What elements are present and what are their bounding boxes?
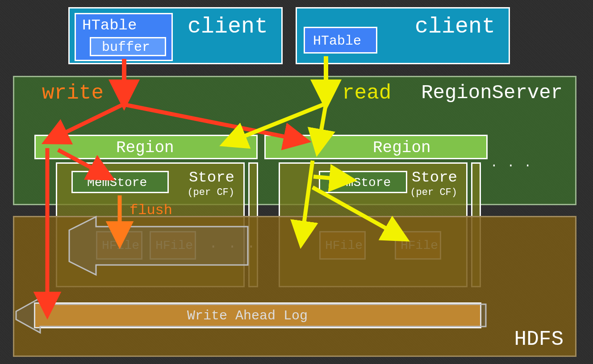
wal-label: Write Ahead Log — [187, 308, 308, 323]
flush-label: flush — [129, 202, 172, 219]
memstore-right-label: MemStore — [331, 176, 391, 190]
client-left-buffer: buffer — [90, 37, 166, 56]
wal: Write Ahead Log — [34, 302, 481, 328]
store-left-percf: (per CF) — [187, 187, 234, 198]
region-right: Region — [264, 135, 488, 159]
client-right-htable: HTable — [304, 27, 377, 54]
hdfs-label: HDFS — [514, 328, 564, 351]
memstore-left: MemStore — [71, 171, 169, 193]
client-right-htable-label: HTable — [313, 33, 361, 49]
region-left: Region — [34, 135, 258, 159]
client-left-title: client — [188, 14, 268, 39]
store-right-percf: (per CF) — [410, 187, 457, 198]
memstore-right: MemStore — [319, 171, 407, 193]
client-right-title: client — [415, 14, 495, 39]
client-left-htable-label: HTable — [82, 17, 137, 34]
store-right-label: Store — [412, 169, 457, 186]
read-label: read — [342, 82, 391, 105]
region-left-title: Region — [116, 139, 174, 157]
region-server-label: RegionServer — [421, 82, 563, 104]
store-left-label: Store — [189, 169, 234, 186]
write-label: write — [42, 82, 104, 105]
region-dots: . . . — [490, 156, 532, 170]
memstore-left-label: MemStore — [87, 176, 147, 190]
hdfs-box: HDFS — [13, 216, 576, 357]
client-left-buffer-label: buffer — [102, 40, 150, 55]
region-right-title: Region — [373, 139, 431, 157]
